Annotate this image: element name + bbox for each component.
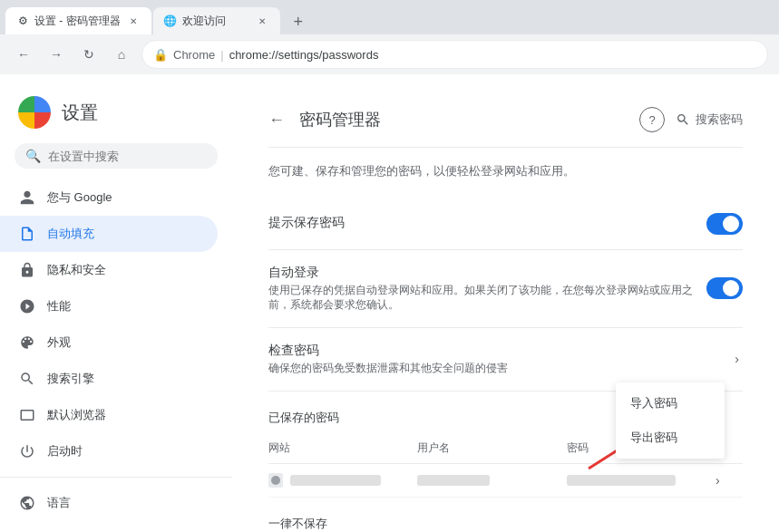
sidebar-item-default-browser-label: 默认浏览器 bbox=[47, 407, 106, 423]
address-path: chrome://settings/passwords bbox=[229, 48, 379, 62]
site-name bbox=[290, 475, 381, 486]
sidebar-item-google-label: 您与 Google bbox=[47, 189, 112, 206]
page-content: 设置 🔍 您与 Google 自动填充 bbox=[0, 74, 779, 532]
check-passwords-chevron[interactable]: › bbox=[731, 348, 743, 370]
pm-search-button[interactable]: 搜索密码 bbox=[676, 111, 743, 128]
context-menu: 导入密码 导出密码 bbox=[616, 382, 725, 459]
auto-signin-toggle[interactable] bbox=[706, 277, 743, 299]
sidebar-item-startup-label: 启动时 bbox=[47, 443, 83, 459]
welcome-tab-close[interactable]: ✕ bbox=[255, 14, 269, 28]
address-separator: | bbox=[220, 48, 223, 62]
sidebar-search-bar[interactable]: 🔍 bbox=[15, 143, 218, 169]
sidebar-item-language-label: 语言 bbox=[47, 495, 71, 511]
nav-bar: ← → ↻ ⌂ 🔒 Chrome | chrome://settings/pas… bbox=[0, 34, 779, 74]
auto-signin-content: 自动登录 使用已保存的凭据自动登录网站和应用。如果关闭了该功能，在您每次登录网站… bbox=[268, 265, 706, 314]
sidebar-item-language[interactable]: 语言 bbox=[0, 485, 218, 521]
auto-signin-toggle-knob bbox=[723, 280, 739, 296]
welcome-tab-title: 欢迎访问 bbox=[182, 14, 249, 29]
offer-save-toggle[interactable] bbox=[706, 213, 743, 235]
export-passwords-item[interactable]: 导出密码 bbox=[616, 421, 725, 455]
auto-signin-title: 自动登录 bbox=[268, 265, 706, 281]
sidebar: 设置 🔍 您与 Google 自动填充 bbox=[0, 74, 232, 532]
power-icon bbox=[18, 442, 36, 460]
globe-icon bbox=[18, 494, 36, 512]
import-passwords-item[interactable]: 导入密码 bbox=[616, 386, 725, 421]
sidebar-item-search-label: 搜索引擎 bbox=[47, 371, 94, 387]
home-button[interactable]: ⌂ bbox=[109, 42, 134, 67]
document-icon bbox=[18, 225, 36, 243]
address-bar[interactable]: 🔒 Chrome | chrome://settings/passwords bbox=[141, 40, 768, 69]
sidebar-item-performance-label: 性能 bbox=[47, 298, 71, 314]
pm-actions: ? 搜索密码 bbox=[639, 107, 743, 132]
sidebar-item-appearance[interactable]: 外观 bbox=[0, 324, 218, 361]
address-lock-icon: 🔒 bbox=[153, 48, 168, 62]
sidebar-item-search[interactable]: 搜索引擎 bbox=[0, 361, 218, 397]
sidebar-item-appearance-label: 外观 bbox=[47, 334, 71, 351]
sidebar-item-autofill[interactable]: 自动填充 bbox=[0, 216, 218, 252]
chrome-logo bbox=[18, 96, 51, 129]
sidebar-item-autofill-label: 自动填充 bbox=[47, 226, 94, 242]
pm-help-button[interactable]: ? bbox=[639, 107, 665, 132]
search-icon bbox=[18, 370, 36, 388]
pass-cell bbox=[567, 475, 716, 486]
tab-welcome[interactable]: 🌐 欢迎访问 ✕ bbox=[153, 7, 280, 34]
col-user-header: 用户名 bbox=[417, 440, 566, 456]
auto-signin-row: 自动登录 使用已保存的凭据自动登录网站和应用。如果关闭了该功能，在您每次登录网站… bbox=[268, 250, 743, 329]
tab-settings[interactable]: ⚙ 设置 - 密码管理器 ✕ bbox=[5, 7, 151, 34]
palette-icon bbox=[18, 334, 36, 352]
sidebar-nav: 您与 Google 自动填充 隐私和安全 bbox=[0, 179, 232, 532]
sidebar-item-privacy-label: 隐私和安全 bbox=[47, 262, 106, 278]
pm-search-label: 搜索密码 bbox=[696, 111, 743, 128]
table-row[interactable]: › bbox=[268, 464, 743, 498]
settings-title: 设置 bbox=[62, 101, 98, 125]
col-site-header: 网站 bbox=[268, 440, 417, 456]
browser-top: ⚙ 设置 - 密码管理器 ✕ 🌐 欢迎访问 ✕ + ← → ↻ ⌂ 🔒 Chro… bbox=[0, 0, 779, 74]
pm-title: 密码管理器 bbox=[299, 109, 639, 131]
back-button[interactable]: ← bbox=[11, 42, 36, 67]
lock-icon bbox=[18, 261, 36, 279]
offer-save-content: 提示保存密码 bbox=[268, 215, 706, 233]
never-save-section: 一律不保存 一律不保存密码的网站将显示在这里 bbox=[268, 516, 743, 532]
pm-back-button[interactable]: ← bbox=[268, 111, 285, 130]
never-save-heading: 一律不保存 bbox=[268, 516, 743, 532]
site-favicon bbox=[268, 473, 283, 488]
address-brand: Chrome bbox=[173, 48, 215, 62]
settings-tab-title: 设置 - 密码管理器 bbox=[34, 14, 121, 29]
sidebar-search-icon: 🔍 bbox=[25, 149, 41, 163]
window-icon bbox=[18, 406, 36, 424]
pm-header: ← 密码管理器 ? 搜索密码 bbox=[268, 92, 743, 148]
pm-description: 您可建、保存和管理您的密码，以便轻松登录网站和应用。 bbox=[268, 162, 743, 180]
check-passwords-title: 检查密码 bbox=[268, 343, 731, 359]
new-tab-button[interactable]: + bbox=[286, 9, 311, 34]
sidebar-search-input[interactable] bbox=[48, 150, 207, 163]
settings-tab-favicon: ⚙ bbox=[16, 15, 29, 27]
settings-header: 设置 bbox=[0, 89, 232, 143]
check-passwords-desc: 确保您的密码免受数据泄露和其他安全问题的侵害 bbox=[268, 361, 704, 376]
forward-button[interactable]: → bbox=[44, 42, 69, 67]
site-cell bbox=[268, 473, 417, 488]
user-name bbox=[417, 475, 490, 486]
row-action[interactable]: › bbox=[716, 473, 743, 488]
sidebar-item-google[interactable]: 您与 Google bbox=[0, 179, 218, 216]
sidebar-item-privacy[interactable]: 隐私和安全 bbox=[0, 252, 218, 288]
sidebar-item-downloads[interactable]: 下载内容 bbox=[0, 521, 218, 532]
sidebar-item-startup[interactable]: 启动时 bbox=[0, 433, 218, 469]
sidebar-divider-1 bbox=[0, 477, 232, 478]
main-content: ← 密码管理器 ? 搜索密码 您可建、保存和管理您的密码，以便轻松登录网站和应用… bbox=[232, 74, 779, 532]
sidebar-item-performance[interactable]: 性能 bbox=[0, 288, 218, 324]
gauge-icon bbox=[18, 297, 36, 315]
check-passwords-content: 检查密码 确保您的密码免受数据泄露和其他安全问题的侵害 bbox=[268, 343, 731, 376]
welcome-tab-favicon: 🌐 bbox=[164, 15, 177, 27]
svg-point-0 bbox=[271, 476, 280, 485]
settings-tab-close[interactable]: ✕ bbox=[126, 14, 141, 28]
pass-dots bbox=[567, 475, 676, 486]
auto-signin-desc: 使用已保存的凭据自动登录网站和应用。如果关闭了该功能，在您每次登录网站或应用之前… bbox=[268, 283, 704, 314]
offer-save-toggle-knob bbox=[723, 216, 739, 232]
tab-bar: ⚙ 设置 - 密码管理器 ✕ 🌐 欢迎访问 ✕ + bbox=[0, 0, 779, 34]
reload-button[interactable]: ↻ bbox=[76, 42, 102, 67]
offer-save-row: 提示保存密码 bbox=[268, 198, 743, 250]
browser-frame: ⚙ 设置 - 密码管理器 ✕ 🌐 欢迎访问 ✕ + ← → ↻ ⌂ 🔒 Chro… bbox=[0, 0, 779, 532]
sidebar-item-default-browser[interactable]: 默认浏览器 bbox=[0, 397, 218, 433]
person-icon bbox=[18, 189, 36, 207]
main-inner: ← 密码管理器 ? 搜索密码 您可建、保存和管理您的密码，以便轻松登录网站和应用… bbox=[232, 74, 779, 532]
